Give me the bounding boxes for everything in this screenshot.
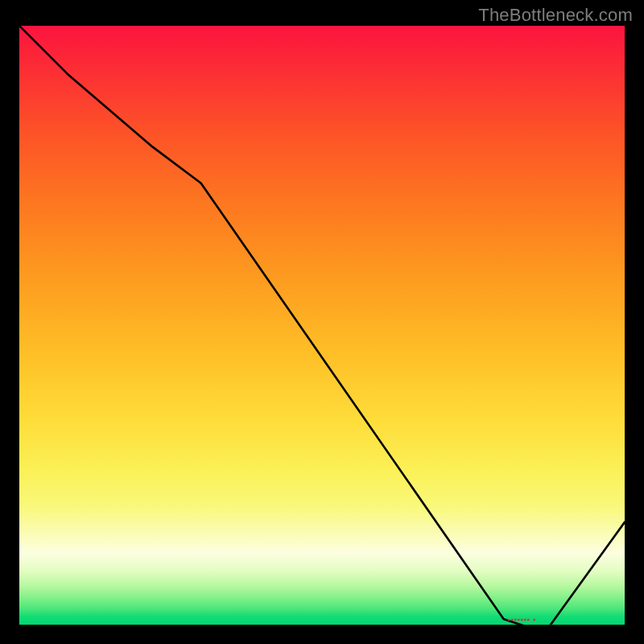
- optimum-marker: ▪▪▪▪▪▪▪ ▪: [507, 614, 536, 623]
- chart-container: TheBottleneck.com ▪▪▪▪▪▪▪ ▪: [0, 0, 644, 644]
- attribution-label: TheBottleneck.com: [478, 5, 633, 26]
- bottleneck-curve: [19, 26, 625, 631]
- chart-line-layer: [19, 26, 625, 631]
- plot-area: ▪▪▪▪▪▪▪ ▪: [19, 26, 625, 625]
